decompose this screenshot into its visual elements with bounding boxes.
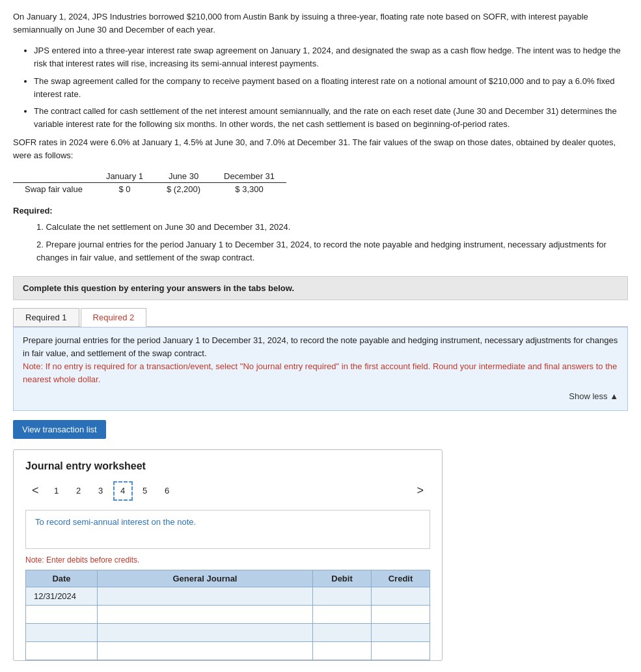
note-text: To record semi-annual interest on the no… — [35, 517, 196, 527]
col-header-date: Date — [26, 570, 98, 587]
tab-required1[interactable]: Required 1 — [13, 308, 79, 326]
journal-table: Date General Journal Debit Credit 12/31/… — [25, 570, 430, 660]
gj-input-2[interactable] — [98, 606, 312, 623]
date-cell-4 — [26, 641, 98, 660]
credit-cell-3[interactable] — [372, 623, 430, 641]
date-value-1: 12/31/2024 — [30, 590, 80, 602]
table-row-4 — [26, 641, 430, 660]
show-less-label[interactable]: Show less ▲ — [569, 391, 618, 401]
nav-row: < 1 2 3 4 5 6 > — [25, 481, 430, 501]
debit-input-3[interactable] — [313, 624, 371, 641]
debit-cell-3[interactable] — [313, 623, 372, 641]
swap-col-dec: December 31 — [212, 170, 286, 183]
page-4[interactable]: 4 — [113, 481, 133, 501]
bullet-item-2: The swap agreement called for the compan… — [34, 75, 628, 101]
bullet-list: JPS entered into a three-year interest r… — [34, 44, 628, 131]
debit-input-2[interactable] — [313, 606, 371, 623]
swap-table: January 1 June 30 December 31 Swap fair … — [13, 170, 286, 195]
page-5[interactable]: 5 — [135, 481, 155, 501]
col-header-gj: General Journal — [98, 570, 313, 587]
credit-input-3[interactable] — [372, 624, 430, 641]
credit-cell-1[interactable] — [372, 587, 430, 605]
required-item-2: 2. Prepare journal entries for the perio… — [36, 238, 628, 264]
gj-cell-1[interactable] — [98, 587, 313, 605]
col-header-debit: Debit — [313, 570, 372, 587]
worksheet-box: Journal entry worksheet < 1 2 3 4 5 6 > … — [13, 449, 443, 661]
gj-cell-3[interactable] — [98, 623, 313, 641]
note-description-box: To record semi-annual interest on the no… — [25, 510, 430, 549]
instruction-box: Prepare journal entries for the period J… — [13, 327, 628, 411]
swap-val-jun: $ (2,200) — [155, 183, 212, 196]
next-arrow[interactable]: > — [410, 484, 430, 497]
page-6[interactable]: 6 — [157, 481, 177, 501]
intro-paragraph: On January 1, 2024, JPS Industries borro… — [13, 10, 628, 36]
col-header-credit: Credit — [372, 570, 430, 587]
bullet-item-1: JPS entered into a three-year interest r… — [34, 44, 628, 70]
swap-val-jan: $ 0 — [94, 183, 155, 196]
required-list: 1. Calculate the net settlement on June … — [26, 221, 628, 264]
tab-required2[interactable]: Required 2 — [81, 308, 147, 327]
page-2[interactable]: 2 — [69, 481, 89, 501]
swap-col-label — [13, 170, 94, 183]
credit-input-1[interactable] — [372, 587, 430, 605]
swap-val-dec: $ 3,300 — [212, 183, 286, 196]
debit-cell-4[interactable] — [313, 641, 372, 660]
debit-cell-1[interactable] — [313, 587, 372, 605]
date-cell-1: 12/31/2024 — [26, 587, 98, 605]
swap-col-jun: June 30 — [155, 170, 212, 183]
debit-input-4[interactable] — [313, 642, 371, 660]
tabs-row: Required 1 Required 2 — [13, 308, 628, 327]
credit-input-2[interactable] — [372, 606, 430, 623]
table-row-2 — [26, 605, 430, 623]
complete-box: Complete this question by entering your … — [13, 276, 628, 300]
bullet-item-3: The contract called for cash settlement … — [34, 105, 628, 131]
date-cell-3 — [26, 623, 98, 641]
page-3[interactable]: 3 — [91, 481, 111, 501]
gj-cell-2[interactable] — [98, 605, 313, 623]
gj-input-4[interactable] — [98, 642, 312, 660]
instruction-note: Note: If no entry is required for a tran… — [23, 361, 617, 384]
enter-debits-note: Note: Enter debits before credits. — [25, 555, 430, 565]
worksheet-title: Journal entry worksheet — [25, 460, 430, 472]
date-cell-2 — [26, 605, 98, 623]
view-transaction-button[interactable]: View transaction list — [13, 420, 106, 439]
credit-input-4[interactable] — [372, 642, 430, 660]
credit-cell-4[interactable] — [372, 641, 430, 660]
instruction-main: Prepare journal entries for the period J… — [23, 335, 618, 358]
page-1[interactable]: 1 — [47, 481, 66, 501]
required-item-1: 1. Calculate the net settlement on June … — [36, 221, 628, 234]
gj-input-3[interactable] — [98, 624, 312, 641]
swap-row-label: Swap fair value — [13, 183, 94, 196]
debit-cell-2[interactable] — [313, 605, 372, 623]
table-row-1: 12/31/2024 — [26, 587, 430, 605]
swap-col-jan: January 1 — [94, 170, 155, 183]
gj-cell-4[interactable] — [98, 641, 313, 660]
sofr-text: SOFR rates in 2024 were 6.0% at January … — [13, 136, 628, 162]
credit-cell-2[interactable] — [372, 605, 430, 623]
prev-arrow[interactable]: < — [25, 484, 46, 497]
debit-input-1[interactable] — [313, 587, 371, 605]
table-row-3 — [26, 623, 430, 641]
gj-input-1[interactable] — [98, 587, 312, 605]
required-heading: Required: — [13, 206, 628, 216]
